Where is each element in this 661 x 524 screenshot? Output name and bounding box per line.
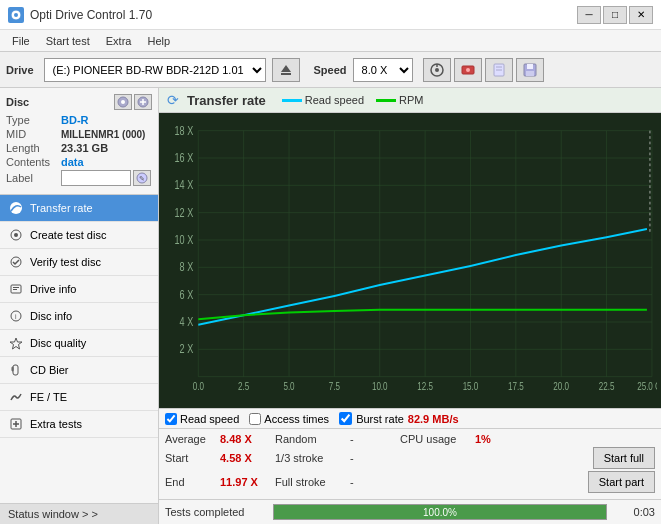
nav-item-disc-quality[interactable]: Disc quality — [0, 330, 158, 357]
access-times-checkbox[interactable] — [249, 413, 261, 425]
nav-item-cd-bier[interactable]: CD Bier — [0, 357, 158, 384]
nav-label-drive-info: Drive info — [30, 283, 76, 295]
chart-area: 18 X 16 X 14 X 12 X 10 X 8 X 6 X 4 X 2 X… — [159, 113, 661, 408]
random-label: Random — [275, 433, 350, 445]
speed-select[interactable]: 8.0 X — [353, 58, 413, 82]
random-value: - — [350, 433, 380, 445]
one-third-label: 1/3 stroke — [275, 452, 350, 464]
full-stroke-label: Full stroke — [275, 476, 350, 488]
svg-rect-3 — [281, 73, 291, 75]
svg-rect-27 — [13, 287, 19, 288]
disc-label-input[interactable] — [61, 170, 131, 186]
svg-text:7.5: 7.5 — [329, 380, 340, 393]
disc-contents-row: Contents data — [6, 156, 152, 168]
burst-rate-checkbox[interactable] — [339, 412, 352, 425]
svg-point-1 — [14, 13, 18, 17]
disc-mid-value: MILLENMR1 (000) — [61, 129, 145, 140]
nav-label-disc-info: Disc info — [30, 310, 72, 322]
status-window-label: Status window > > — [8, 508, 98, 520]
legend-read-speed: Read speed — [282, 94, 364, 106]
toolbar-btn-save[interactable] — [516, 58, 544, 82]
svg-text:8 X: 8 X — [180, 260, 194, 274]
toolbar-btn-3[interactable] — [485, 58, 513, 82]
start-part-button[interactable]: Start part — [588, 471, 655, 493]
disc-type-row: Type BD-R — [6, 114, 152, 126]
nav-label-verify-test-disc: Verify test disc — [30, 256, 101, 268]
menubar: File Start test Extra Help — [0, 30, 661, 52]
drive-select[interactable]: (E:) PIONEER BD-RW BDR-212D 1.01 — [44, 58, 266, 82]
nav-items: Transfer rate Create test disc Verify te… — [0, 195, 158, 503]
disc-contents-value[interactable]: data — [61, 156, 84, 168]
disc-icon-btn-1[interactable] — [114, 94, 132, 110]
nav-label-transfer-rate: Transfer rate — [30, 202, 93, 214]
nav-item-extra-tests[interactable]: Extra tests — [0, 411, 158, 438]
app-icon — [8, 7, 24, 23]
maximize-button[interactable]: □ — [603, 6, 627, 24]
chart-legend: Read speed RPM — [282, 94, 424, 106]
svg-rect-33 — [12, 367, 13, 371]
end-label: End — [165, 476, 220, 488]
nav-item-fe-te[interactable]: FE / TE — [0, 384, 158, 411]
app-title: Opti Drive Control 1.70 — [30, 8, 152, 22]
disc-type-label: Type — [6, 114, 61, 126]
average-label: Average — [165, 433, 220, 445]
svg-text:✎: ✎ — [139, 175, 145, 182]
read-speed-checkbox-label: Read speed — [180, 413, 239, 425]
svg-text:10 X: 10 X — [175, 233, 194, 247]
menu-extra[interactable]: Extra — [98, 33, 140, 49]
progress-label: 100.0% — [423, 507, 457, 518]
start-full-button[interactable]: Start full — [593, 447, 655, 469]
nav-item-disc-info[interactable]: i Disc info — [0, 303, 158, 330]
disc-type-value: BD-R — [61, 114, 89, 126]
disc-label-row: Label ✎ — [6, 170, 152, 186]
minimize-button[interactable]: ─ — [577, 6, 601, 24]
disc-quality-icon — [8, 335, 24, 351]
svg-rect-28 — [13, 289, 17, 290]
nav-item-create-test-disc[interactable]: Create test disc — [0, 222, 158, 249]
burst-rate-label: Burst rate — [356, 413, 404, 425]
main-content: Disc Type BD-R MID MILLENMR1 (000) — [0, 88, 661, 524]
disc-info-icon: i — [8, 308, 24, 324]
drivebar: Drive (E:) PIONEER BD-RW BDR-212D 1.01 S… — [0, 52, 661, 88]
svg-rect-32 — [13, 365, 18, 375]
drive-info-icon — [8, 281, 24, 297]
stats-area: Average 8.48 X Random - CPU usage 1% Sta… — [159, 428, 661, 499]
access-times-checkbox-group: Access times — [249, 413, 329, 425]
legend-rpm: RPM — [376, 94, 423, 106]
svg-text:2.5: 2.5 — [238, 380, 249, 393]
disc-label-label: Label — [6, 172, 61, 184]
svg-marker-31 — [10, 338, 22, 349]
start-value: 4.58 X — [220, 452, 275, 464]
svg-text:16 X: 16 X — [175, 151, 194, 165]
fe-te-icon — [8, 389, 24, 405]
svg-text:14 X: 14 X — [175, 178, 194, 192]
read-speed-checkbox[interactable] — [165, 413, 177, 425]
svg-rect-13 — [527, 64, 533, 69]
nav-item-drive-info[interactable]: Drive info — [0, 276, 158, 303]
status-window-button[interactable]: Status window > > — [0, 503, 158, 524]
eject-button[interactable] — [272, 58, 300, 82]
svg-text:17.5: 17.5 — [508, 380, 524, 393]
svg-text:12.5: 12.5 — [417, 380, 433, 393]
chart-icon: ⟳ — [167, 92, 179, 108]
toolbar-btn-1[interactable] — [423, 58, 451, 82]
svg-text:25.0 GB: 25.0 GB — [637, 380, 657, 393]
average-value: 8.48 X — [220, 433, 275, 445]
nav-label-cd-bier: CD Bier — [30, 364, 69, 376]
svg-point-22 — [10, 202, 22, 214]
menu-start-test[interactable]: Start test — [38, 33, 98, 49]
disc-mid-row: MID MILLENMR1 (000) — [6, 128, 152, 140]
menu-file[interactable]: File — [4, 33, 38, 49]
nav-item-transfer-rate[interactable]: Transfer rate — [0, 195, 158, 222]
toolbar-btn-2[interactable] — [454, 58, 482, 82]
menu-help[interactable]: Help — [139, 33, 178, 49]
close-button[interactable]: ✕ — [629, 6, 653, 24]
progress-bar-inner: 100.0% — [274, 505, 606, 519]
access-times-checkbox-label: Access times — [264, 413, 329, 425]
titlebar-left: Opti Drive Control 1.70 — [8, 7, 152, 23]
nav-item-verify-test-disc[interactable]: Verify test disc — [0, 249, 158, 276]
disc-label-btn[interactable]: ✎ — [133, 170, 151, 186]
disc-header: Disc — [6, 94, 152, 110]
disc-icons — [114, 94, 152, 110]
disc-icon-btn-2[interactable] — [134, 94, 152, 110]
